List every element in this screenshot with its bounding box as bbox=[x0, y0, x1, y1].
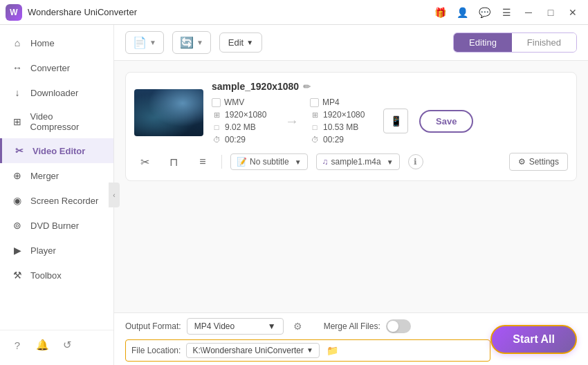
output-format-label: MP4 bbox=[322, 97, 340, 107]
edit-name-icon[interactable]: ✏ bbox=[303, 82, 311, 92]
info-button[interactable]: ℹ bbox=[408, 154, 423, 169]
resolution-icon: ⊞ bbox=[212, 110, 221, 120]
sidebar: ⌂ Home ↔ Converter ↓ Downloader ⊞ Video … bbox=[0, 25, 114, 365]
source-duration-text: 00:29 bbox=[225, 135, 246, 144]
video-item-top: sample_1920x1080 ✏ WMV ⊞ bbox=[134, 81, 568, 144]
notification-icon[interactable]: 🔔 bbox=[33, 336, 51, 354]
sidebar-item-merger[interactable]: ⊕ Merger bbox=[0, 163, 113, 188]
edit-dropdown[interactable]: Edit ▼ bbox=[219, 32, 262, 53]
tab-group: Editing Finished bbox=[453, 32, 577, 53]
save-button[interactable]: Save bbox=[419, 110, 473, 133]
sidebar-item-downloader[interactable]: ↓ Downloader bbox=[0, 80, 113, 105]
video-item-card: sample_1920x1080 ✏ WMV ⊞ bbox=[125, 72, 577, 181]
subtitle-icon: 📝 bbox=[237, 157, 247, 167]
tab-finished[interactable]: Finished bbox=[512, 33, 576, 52]
thumb-image bbox=[134, 89, 203, 136]
maximize-button[interactable]: □ bbox=[541, 3, 560, 22]
source-size: □ 9.02 MB bbox=[212, 122, 274, 132]
add-file-icon: 📄 bbox=[133, 36, 147, 49]
output-size: □ 10.53 MB bbox=[310, 122, 372, 132]
video-thumbnail bbox=[134, 89, 203, 136]
output-settings-icon[interactable]: ⚙ bbox=[289, 317, 307, 335]
sidebar-item-video-compressor[interactable]: ⊞ Video Compressor bbox=[0, 105, 113, 138]
main-layout: ⌂ Home ↔ Converter ↓ Downloader ⊞ Video … bbox=[0, 25, 588, 365]
sidebar-item-converter[interactable]: ↔ Converter bbox=[0, 55, 113, 80]
device-output-icon[interactable]: 📱 bbox=[383, 109, 408, 133]
home-icon: ⌂ bbox=[11, 37, 24, 49]
file-path-text: K:\Wondershare UniConverter bbox=[192, 346, 304, 355]
toolbox-icon: ⚒ bbox=[11, 269, 24, 281]
minimize-button[interactable]: ─ bbox=[519, 3, 538, 22]
title-bar: W Wondershare UniConverter 🎁 👤 💬 ☰ ─ □ ✕ bbox=[0, 0, 588, 25]
merger-icon: ⊕ bbox=[11, 169, 24, 182]
conversion-arrow-icon: → bbox=[279, 113, 304, 129]
output-duration: ⏱ 00:29 bbox=[310, 135, 372, 144]
sidebar-item-video-editor[interactable]: ✂ Video Editor bbox=[0, 138, 113, 163]
source-format-type: WMV bbox=[212, 97, 274, 107]
subtitle-select[interactable]: 📝 No subtitle ▼ bbox=[230, 153, 308, 170]
location-arrow: ▼ bbox=[306, 346, 313, 354]
file-location-container: File Location: K:\Wondershare UniConvert… bbox=[125, 339, 490, 362]
size-icon: □ bbox=[212, 122, 221, 132]
sidebar-label-home: Home bbox=[30, 38, 55, 48]
output-format-label: Output Format: bbox=[125, 321, 181, 331]
close-button[interactable]: ✕ bbox=[563, 3, 582, 22]
start-all-button[interactable]: Start All bbox=[490, 325, 577, 354]
sidebar-label-merger: Merger bbox=[30, 171, 59, 181]
merge-toggle[interactable] bbox=[386, 319, 411, 333]
format-row: WMV ⊞ 1920×1080 □ 9.02 MB bbox=[212, 97, 568, 144]
sidebar-label-editor: Video Editor bbox=[33, 146, 85, 156]
folder-browse-icon[interactable]: 📁 bbox=[325, 343, 340, 358]
app-title: Wondershare UniConverter bbox=[28, 7, 430, 17]
screen-recorder-icon: ◉ bbox=[11, 194, 24, 207]
convert-arrow: ▼ bbox=[196, 39, 203, 46]
output-format-dropdown[interactable]: MP4 Video ▼ bbox=[187, 318, 284, 335]
output-format-col: MP4 ⊞ 1920×1080 □ 10.53 MB bbox=[310, 97, 372, 144]
file-location-path[interactable]: K:\Wondershare UniConverter ▼ bbox=[186, 343, 319, 358]
sidebar-item-screen-recorder[interactable]: ◉ Screen Recorder bbox=[0, 188, 113, 213]
sidebar-item-home[interactable]: ⌂ Home bbox=[0, 30, 113, 55]
source-duration: ⏱ 00:29 bbox=[212, 135, 274, 144]
sidebar-label-toolbox: Toolbox bbox=[30, 270, 62, 281]
tab-editing[interactable]: Editing bbox=[454, 33, 512, 52]
cut-tool-button[interactable]: ✂ bbox=[134, 151, 155, 172]
converter-icon: ↔ bbox=[11, 62, 24, 74]
bottom-main: Output Format: MP4 Video ▼ ⚙ Merge All F… bbox=[125, 313, 577, 365]
edit-tools-row: ✂ ⊓ ≡ 📝 No subtitle ▼ ♫ sample1.m4a ▼ ℹ bbox=[134, 151, 568, 172]
list-tool-button[interactable]: ≡ bbox=[192, 151, 213, 172]
add-convert-button[interactable]: 🔄 ▼ bbox=[172, 31, 211, 54]
source-checkbox[interactable] bbox=[212, 98, 221, 107]
sidebar-collapse-button[interactable]: ‹ bbox=[109, 182, 120, 207]
help-icon[interactable]: 💬 bbox=[475, 3, 494, 22]
source-resolution: ⊞ 1920×1080 bbox=[212, 110, 274, 120]
output-resolution-icon: ⊞ bbox=[310, 110, 320, 120]
duration-icon: ⏱ bbox=[212, 135, 221, 144]
output-duration-text: 00:29 bbox=[323, 135, 344, 144]
sidebar-item-player[interactable]: ▶ Player bbox=[0, 238, 113, 263]
toolbar: 📄 ▼ 🔄 ▼ Edit ▼ Editing Finished bbox=[114, 25, 588, 61]
sidebar-label-downloader: Downloader bbox=[30, 88, 78, 98]
sidebar-item-dvd-burner[interactable]: ⊚ DVD Burner bbox=[0, 213, 113, 238]
video-name: sample_1920x1080 ✏ bbox=[212, 81, 568, 92]
output-checkbox[interactable] bbox=[310, 98, 319, 107]
compressor-icon: ⊞ bbox=[11, 115, 24, 128]
settings-button[interactable]: ⚙ Settings bbox=[509, 153, 568, 171]
add-file-button[interactable]: 📄 ▼ bbox=[125, 31, 164, 54]
user-icon[interactable]: 👤 bbox=[452, 3, 472, 22]
video-name-text: sample_1920x1080 bbox=[212, 81, 299, 92]
settings-gear-icon: ⚙ bbox=[518, 157, 526, 167]
editor-icon: ✂ bbox=[13, 144, 26, 157]
output-resolution: ⊞ 1920×1080 bbox=[310, 110, 372, 120]
source-resolution-text: 1920×1080 bbox=[225, 110, 266, 120]
audio-track-select[interactable]: ♫ sample1.m4a ▼ bbox=[316, 153, 400, 170]
gift-icon[interactable]: 🎁 bbox=[430, 3, 450, 22]
bottom-left: Output Format: MP4 Video ▼ ⚙ Merge All F… bbox=[125, 317, 490, 362]
sidebar-label-screen-recorder: Screen Recorder bbox=[30, 196, 98, 206]
menu-icon[interactable]: ☰ bbox=[497, 3, 516, 22]
bookmark-tool-button[interactable]: ⊓ bbox=[163, 151, 184, 172]
output-format-value: MP4 Video bbox=[194, 321, 235, 331]
help-footer-icon[interactable]: ? bbox=[8, 336, 26, 354]
refresh-icon[interactable]: ↺ bbox=[58, 336, 76, 354]
audio-arrow: ▼ bbox=[387, 158, 394, 166]
sidebar-item-toolbox[interactable]: ⚒ Toolbox bbox=[0, 263, 113, 288]
